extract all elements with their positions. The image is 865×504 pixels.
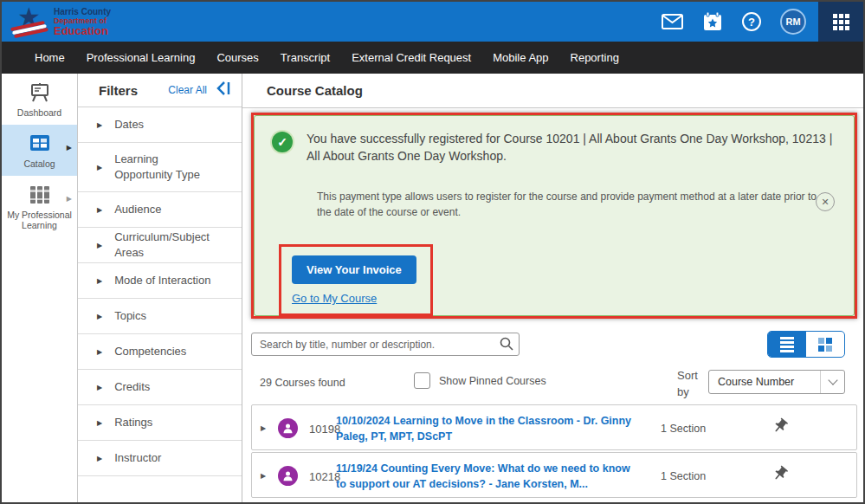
catalog-flyout-caret: ▶: [67, 144, 72, 152]
sidebar-item-dashboard[interactable]: Dashboard: [2, 74, 77, 125]
nav-item-external-credit-request[interactable]: External Credit Request: [352, 51, 471, 64]
course-sections: 1 Section: [661, 470, 706, 482]
sidebar-item-label: Dashboard: [5, 107, 74, 118]
courses-found-count: 29 Courses found: [260, 377, 345, 389]
nav-item-professional-learning[interactable]: Professional Learning: [87, 51, 196, 64]
sort-dropdown[interactable]: Course Number: [708, 370, 845, 394]
nav-item-transcript[interactable]: Transcript: [281, 51, 330, 64]
expand-caret-icon: ▶: [97, 384, 102, 391]
expand-caret-icon: ▶: [97, 164, 102, 171]
app-window: ★ Harris County Department of Education: [0, 0, 865, 504]
close-banner-icon[interactable]: ✕: [816, 192, 835, 211]
sidebar-item-label: My Professional Learning: [5, 210, 74, 230]
filter-audience[interactable]: ▶ Audience: [78, 192, 242, 228]
nav-item-courses[interactable]: Courses: [216, 51, 258, 64]
instructor-led-course-icon: [278, 466, 298, 486]
filter-credits[interactable]: ▶ Credits: [78, 370, 242, 405]
mpl-flyout-caret: ▶: [67, 195, 72, 203]
expand-caret-icon: ▶: [97, 277, 102, 285]
top-header-bar: ★ Harris County Department of Education: [2, 2, 863, 42]
search-icon: [500, 337, 513, 354]
page-header: Course Catalog: [242, 74, 865, 108]
main-content: Course Catalog ✓ You have successfully r…: [242, 74, 865, 504]
expand-caret-icon: ▶: [97, 455, 102, 462]
go-to-my-course-link[interactable]: Go to My Course: [292, 292, 416, 305]
calendar-star-icon[interactable]: [702, 11, 723, 32]
list-view-icon: [780, 337, 794, 352]
search-input[interactable]: [251, 333, 520, 356]
results-bar: 29 Courses found Show Pinned Courses Sor…: [251, 368, 857, 397]
course-sections: 1 Section: [661, 423, 706, 435]
success-check-icon: ✓: [272, 132, 293, 152]
nav-item-mobile-app[interactable]: Mobile App: [493, 51, 548, 64]
expand-caret-icon: ▶: [97, 313, 102, 320]
filters-header: Filters Clear All: [78, 74, 242, 107]
banner-cta-box: View Your Invoice Go to My Course: [279, 244, 433, 316]
view-invoice-button[interactable]: View Your Invoice: [292, 255, 416, 284]
header-icon-group: ? RM: [662, 2, 806, 42]
show-pinned-label: Show Pinned Courses: [439, 375, 546, 387]
expand-caret-icon: ▶: [97, 419, 102, 427]
collapse-panel-icon[interactable]: [216, 81, 231, 100]
search-row: [251, 333, 857, 359]
chevron-down-icon: [820, 371, 844, 393]
logo-star-icon: ★: [14, 5, 52, 38]
pin-icon[interactable]: [771, 465, 789, 486]
sidebar-item-catalog[interactable]: ▶ Catalog: [2, 125, 77, 176]
sort-dropdown-value: Course Number: [709, 376, 820, 388]
grid-view-button[interactable]: [806, 332, 844, 357]
expand-course-caret[interactable]: ▶: [261, 472, 266, 480]
filter-competencies[interactable]: ▶ Competencies: [78, 334, 242, 370]
filter-learning-opportunity-type[interactable]: ▶ Learning Opportunity Type: [78, 143, 242, 192]
registration-success-banner: ✓ You have successfully registered for C…: [251, 113, 857, 319]
mail-icon[interactable]: [662, 14, 683, 29]
left-sidebar: Dashboard ▶ Catalog ▶ My Professional Le…: [2, 74, 78, 504]
filters-panel: Filters Clear All ▶ Dates ▶ Learning Opp…: [78, 74, 242, 504]
apps-grid-icon[interactable]: [818, 2, 863, 42]
org-logo[interactable]: ★ Harris County Department of Education: [14, 5, 111, 38]
instructor-led-course-icon: [278, 418, 298, 438]
course-row[interactable]: ▶ 10198 10/10/2024 Learning to Move in t…: [251, 404, 857, 450]
dashboard-icon: [5, 81, 74, 104]
logo-line3: Education: [54, 25, 111, 37]
filter-topics[interactable]: ▶ Topics: [78, 299, 242, 334]
filter-instructor[interactable]: ▶ Instructor: [78, 441, 242, 476]
catalog-icon: [5, 132, 74, 155]
filter-curriculum-subject-areas[interactable]: ▶ Curriculum/Subject Areas: [78, 228, 242, 263]
clear-all-link[interactable]: Clear All: [168, 84, 207, 96]
nav-item-reporting[interactable]: Reporting: [571, 51, 619, 64]
nav-item-home[interactable]: Home: [35, 51, 65, 64]
sidebar-item-my-professional-learning[interactable]: ▶ My Professional Learning: [2, 176, 77, 237]
show-pinned-checkbox[interactable]: [414, 372, 430, 389]
success-message: You have successfully registered for Cou…: [307, 130, 838, 165]
expand-caret-icon: ▶: [97, 242, 102, 249]
course-title-link[interactable]: 10/10/2024 Learning to Move in the Class…: [336, 414, 639, 444]
filter-dates[interactable]: ▶ Dates: [78, 107, 242, 143]
sort-by-label: Sort by: [677, 368, 705, 401]
books-icon: [5, 184, 74, 206]
list-view-button[interactable]: [768, 332, 806, 357]
logo-text: Harris County Department of Education: [54, 8, 111, 37]
expand-course-caret[interactable]: ▶: [261, 424, 266, 432]
expand-caret-icon: ▶: [97, 121, 102, 129]
filter-ratings[interactable]: ▶ Ratings: [78, 405, 242, 441]
view-toggle: [767, 331, 845, 358]
pin-icon[interactable]: [771, 417, 789, 438]
expand-caret-icon: ▶: [97, 348, 102, 356]
page-title: Course Catalog: [267, 83, 363, 98]
sidebar-item-label: Catalog: [5, 158, 74, 169]
course-title-link[interactable]: 11/19/24 Counting Every Move: What do we…: [336, 462, 639, 492]
course-row[interactable]: ▶ 10218 11/19/24 Counting Every Move: Wh…: [251, 452, 857, 498]
expand-caret-icon: ▶: [97, 206, 102, 214]
primary-nav: Home Professional Learning Courses Trans…: [2, 42, 863, 74]
filter-mode-of-interaction[interactable]: ▶ Mode of Interaction: [78, 263, 242, 299]
help-icon[interactable]: ?: [742, 12, 761, 31]
filters-title: Filters: [99, 83, 168, 98]
user-avatar[interactable]: RM: [780, 9, 806, 35]
grid-view-icon: [818, 338, 832, 352]
payment-note: This payment type allows users to regist…: [317, 189, 823, 220]
